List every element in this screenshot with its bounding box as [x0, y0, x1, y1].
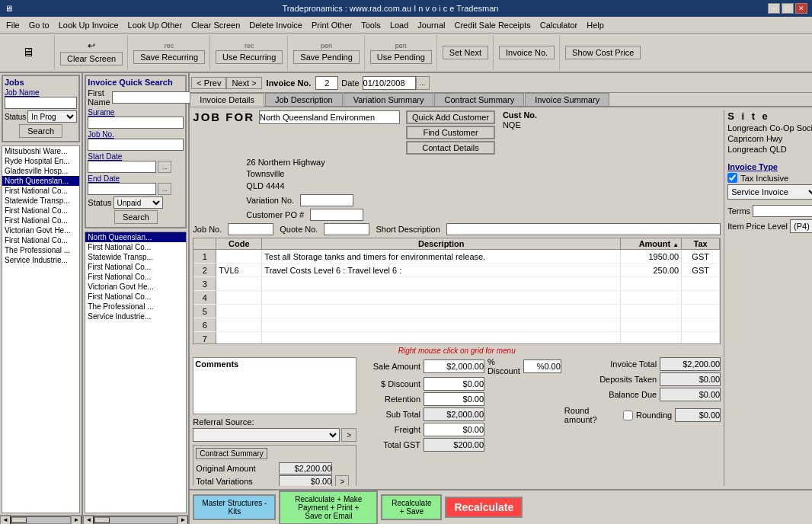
qs-search-button[interactable]: Search	[114, 210, 158, 224]
qs-results-list[interactable]: North Queenslan... First National Co... …	[85, 232, 187, 513]
list-item[interactable]: First National Co...	[2, 235, 79, 245]
job-no-input-invoice[interactable]	[228, 223, 273, 235]
close-button[interactable]: ✕	[795, 3, 807, 14]
cell-description[interactable]	[262, 332, 621, 344]
tab-invoice-details[interactable]: Invoice Details	[190, 93, 264, 107]
scroll-left-btn[interactable]: ◄	[0, 516, 11, 525]
menu-credit-sale-receipts[interactable]: Credit Sale Receipts	[449, 19, 535, 31]
recalculate-button[interactable]: Recalculate	[445, 497, 523, 518]
cell-tax[interactable]: GST	[682, 264, 720, 276]
cell-amount[interactable]	[621, 318, 682, 331]
cell-description[interactable]: Test all Storage tanks and timers for en…	[262, 250, 621, 263]
menu-lookup-other[interactable]: Look Up Other	[123, 19, 187, 31]
variation-no-input[interactable]	[300, 194, 353, 206]
cell-tax[interactable]	[682, 332, 720, 344]
list-item[interactable]: Victorian Govt He...	[85, 282, 186, 292]
variations-expand-button[interactable]: >	[335, 475, 349, 486]
cell-tax[interactable]: GST	[682, 250, 720, 263]
list-item[interactable]: The Professional ...	[2, 245, 79, 255]
invoice-no-input[interactable]	[315, 76, 338, 90]
customer-name-input[interactable]	[259, 110, 400, 124]
menu-goto[interactable]: Go to	[24, 19, 54, 31]
cell-tax[interactable]	[682, 318, 720, 331]
jobs-list[interactable]: Mitsuboshi Ware... Ryde Hospital En... G…	[2, 145, 80, 513]
recalculate-save-button[interactable]: Recalculate + Save	[381, 494, 442, 520]
cell-tax[interactable]	[682, 277, 720, 290]
comments-textarea[interactable]	[195, 369, 354, 411]
list-item[interactable]: Service Industrie...	[85, 312, 186, 321]
job-no-input[interactable]	[88, 139, 184, 151]
table-row[interactable]: 5	[193, 305, 720, 318]
menu-lookup-invoice[interactable]: Look Up Invoice	[54, 19, 123, 31]
table-row[interactable]: 4	[193, 291, 720, 305]
scroll-track[interactable]	[94, 516, 177, 524]
quote-no-input[interactable]	[324, 223, 369, 235]
end-date-input[interactable]	[88, 183, 156, 195]
scroll-left-btn[interactable]: ◄	[83, 516, 94, 525]
prev-invoice-button[interactable]: < Prev	[191, 77, 226, 89]
cell-description[interactable]	[262, 291, 621, 304]
minimize-button[interactable]: −	[768, 3, 780, 14]
menu-print-other[interactable]: Print Other	[307, 19, 356, 31]
cell-amount[interactable]	[621, 277, 682, 290]
round-amount-checkbox[interactable]	[623, 411, 633, 420]
start-date-browse-button[interactable]: ...	[158, 161, 171, 173]
menu-load[interactable]: Load	[385, 19, 413, 31]
list-item[interactable]: Gladesville Hosp...	[2, 166, 79, 176]
menu-file[interactable]: File	[2, 19, 24, 31]
referral-select[interactable]	[193, 428, 340, 442]
recalculate-make-payment-button[interactable]: Recalculate + Make Payment + Print + Sav…	[279, 490, 378, 525]
cell-amount[interactable]: 250.00	[621, 264, 682, 276]
quick-add-customer-button[interactable]: Quick Add Customer	[406, 110, 495, 124]
clear-screen-button[interactable]: Clear Screen	[60, 52, 123, 66]
cell-code[interactable]	[216, 318, 262, 331]
cell-description[interactable]	[262, 318, 621, 331]
invoice-type-select[interactable]: Service Invoice Tax Invoice Quote	[727, 184, 812, 200]
dollar-discount-input[interactable]	[424, 377, 484, 391]
list-item[interactable]: Statewide Transp...	[85, 252, 186, 262]
find-customer-button[interactable]: Find Customer	[406, 126, 495, 139]
list-item[interactable]: Victorian Govt He...	[2, 225, 79, 235]
list-item[interactable]: The Professional ...	[85, 302, 186, 312]
freight-input[interactable]	[424, 423, 484, 436]
customer-po-input[interactable]	[310, 209, 363, 221]
master-structures-button[interactable]: Master Structures - Kits	[193, 494, 276, 520]
tab-job-description[interactable]: Job Description	[265, 93, 343, 106]
cell-amount[interactable]: 1950.00	[621, 250, 682, 263]
cell-tax[interactable]	[682, 291, 720, 304]
invoice-no-button[interactable]: Invoice No.	[499, 46, 555, 59]
tab-contract-summary[interactable]: Contract Summary	[434, 93, 524, 106]
show-cost-price-button[interactable]: Show Cost Price	[565, 46, 641, 59]
cell-code[interactable]	[216, 250, 262, 263]
job-name-input[interactable]	[5, 97, 77, 109]
scroll-right-btn[interactable]: ►	[71, 516, 82, 525]
cell-description[interactable]	[262, 305, 621, 318]
list-item[interactable]: Service Industrie...	[2, 255, 79, 265]
cell-code[interactable]	[216, 291, 262, 304]
list-item-selected[interactable]: North Queenslan...	[85, 232, 186, 242]
next-invoice-button[interactable]: Next >	[226, 77, 261, 89]
list-item[interactable]: Ryde Hospital En...	[2, 156, 79, 166]
status-select[interactable]: In Prog All Complete	[27, 110, 77, 123]
list-item[interactable]: First National Co...	[85, 272, 186, 282]
left-panel-scrollbar[interactable]: ◄ ►	[0, 515, 82, 524]
scroll-right-btn[interactable]: ►	[177, 516, 188, 525]
use-pending-button[interactable]: Use Pending	[370, 50, 432, 64]
jobs-search-button[interactable]: Search	[19, 124, 62, 138]
tax-inclusive-checkbox[interactable]	[727, 173, 737, 183]
item-price-level-select[interactable]: (P4) Special (P1) Standard	[790, 219, 812, 233]
menu-clear-screen[interactable]: Clear Screen	[187, 19, 245, 31]
sale-amount-input[interactable]	[424, 359, 484, 373]
save-pending-button[interactable]: Save Pending	[293, 50, 360, 64]
table-row[interactable]: 2 TVL6 Travel Costs Level 6 : Travel lev…	[193, 264, 720, 277]
list-item[interactable]: Mitsuboshi Ware...	[2, 146, 79, 156]
contact-details-button[interactable]: Contact Details	[406, 141, 495, 155]
cell-code[interactable]	[216, 305, 262, 318]
end-date-browse-button[interactable]: ...	[158, 183, 171, 195]
maximize-button[interactable]: □	[782, 3, 794, 14]
tab-variation-summary[interactable]: Variation Summary	[344, 93, 434, 106]
cell-amount[interactable]	[621, 305, 682, 318]
list-item-selected[interactable]: North Queenslan...	[2, 176, 79, 186]
save-recurring-button[interactable]: Save Recurring	[133, 50, 205, 64]
cell-amount[interactable]	[621, 332, 682, 344]
